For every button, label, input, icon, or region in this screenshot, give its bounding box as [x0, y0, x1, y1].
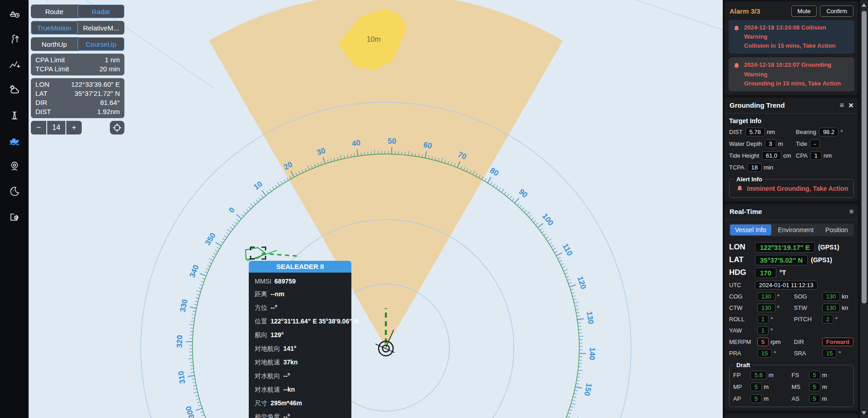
cog-value: 130: [757, 292, 775, 301]
draft-ap-value: 5: [750, 394, 762, 403]
sog-field: SOG 130 kn: [794, 292, 854, 301]
draft-legend: Draft: [734, 362, 752, 368]
weather-icon[interactable]: [9, 84, 20, 95]
panel-menu-icon[interactable]: ≡: [849, 208, 853, 216]
roll-field: ROLL 1 °: [729, 315, 794, 323]
popup-body: MMSI689759 距离--nm 方位--° 位置122°31'11.64" …: [249, 273, 351, 418]
tide-height-value: 61.0: [762, 151, 781, 160]
pitch-field: PITCH 2 °: [794, 315, 854, 323]
dir-value: Forward: [822, 338, 853, 346]
draft-fs-value: 5: [809, 371, 820, 379]
limits-table: CPA Limit 1 nm TCPA Limit 20 min: [31, 54, 124, 75]
alarm-time-title: 2024-12-18 13:24:08 Collision Warning: [744, 23, 850, 41]
draft-ms-field: MS 5 m: [792, 383, 850, 391]
tcpa-value: 18: [747, 163, 762, 172]
system-settings-icon[interactable]: [9, 211, 20, 223]
zoom-in-button[interactable]: +: [66, 121, 82, 134]
lat-value: 35°37'5.02" N: [755, 255, 808, 265]
camera-monitor-icon[interactable]: [9, 160, 20, 172]
popup-row-crossing-angle: 相交角度--°: [249, 410, 351, 418]
hdg-field: HDG 170 °T: [729, 268, 854, 278]
popup-row-bearing: 方位--°: [249, 301, 351, 315]
panel-menu-icon[interactable]: ≡: [840, 101, 844, 109]
alarm-title: Alarm 3/3: [730, 7, 760, 15]
alarm-item-collision[interactable]: 2024-12-18 13:24:08 Collision Warning Co…: [729, 20, 854, 54]
yaw-spacer: [794, 326, 854, 335]
draft-ms-value: 5: [809, 383, 820, 391]
ctw-value: 130: [757, 304, 775, 312]
scroll-up-arrow[interactable]: [862, 3, 866, 7]
right-info-panel: Alarm 3/3 Mute Confirm 2024-12-18 13:24:…: [723, 0, 860, 418]
vessel-schedule-icon[interactable]: [9, 7, 20, 19]
scroll-down-arrow[interactable]: [862, 411, 866, 415]
panel-close-icon[interactable]: ×: [848, 102, 853, 109]
scrollbar-thumb[interactable]: [862, 11, 867, 304]
pra-field: PRA 15 °: [729, 349, 794, 358]
zoom-controls: − 14 +: [31, 121, 124, 134]
track-playback-icon[interactable]: [9, 33, 20, 45]
tide-field: Tide -: [796, 139, 854, 148]
mute-button[interactable]: Mute: [791, 5, 817, 17]
bell-icon: [733, 62, 740, 70]
true-motion-button[interactable]: TrueMotion: [31, 21, 78, 35]
tab-vessel-info[interactable]: Vessel Info: [730, 224, 771, 235]
zoom-out-button[interactable]: −: [31, 121, 46, 134]
mode-radar-button[interactable]: Radar: [78, 5, 124, 18]
merpm-value: 5: [757, 338, 769, 346]
course-up-button[interactable]: CourseUp: [78, 37, 124, 51]
tide-height-field: Tide Height 61.0 cm: [729, 151, 796, 160]
popup-vessel-name: SEALEADER II: [249, 261, 351, 273]
grounding-trend-card: Grounding Trend ≡ × Target Info DIST 5.7…: [725, 98, 858, 201]
pra-value: 15: [757, 349, 772, 358]
north-up-button[interactable]: NorthUp: [31, 37, 78, 51]
center-ship-button[interactable]: [110, 121, 124, 134]
bearing-field: Bearing 98.2 °: [796, 128, 854, 136]
panel-scrollbar[interactable]: [860, 0, 868, 418]
cpa-limit-row: CPA Limit 1 nm: [35, 55, 120, 65]
utc-value: 2024-01-01 11:12:13: [755, 281, 818, 289]
confirm-button[interactable]: Confirm: [820, 5, 853, 17]
cog-field: COG 130 °: [729, 292, 794, 301]
target-info-title: Target Info: [729, 117, 854, 124]
cursor-lat-row: LAT 35°37'21.72" N: [35, 89, 120, 98]
svg-text:40: 40: [351, 138, 361, 148]
popup-row-position: 位置122°31'11.64" E 35°38'9.06" N: [249, 315, 351, 328]
utc-field: UTC 2024-01-01 11:12:13: [729, 281, 854, 289]
lat-field: LAT 35°37'5.02" N (GPS1): [729, 255, 854, 265]
alert-info-fieldset: Alert Info Imminent Grounding, Take Acti…: [729, 176, 854, 198]
popup-row-heading: 舷向129°: [249, 328, 351, 342]
cursor-lon-row: LON 122°33'39.60" E: [35, 80, 120, 89]
grounding-monitor-icon[interactable]: [9, 134, 20, 146]
realtime-title: Real-Time: [730, 208, 762, 215]
svg-text:140: 140: [587, 347, 597, 360]
alarm-item-grounding[interactable]: 2024-12-18 10:22:07 Grounding Warning Gr…: [729, 57, 854, 91]
draft-mp-field: MP 5 m: [733, 383, 792, 391]
alarm-message: Collision in 15 mins, Take Action: [744, 41, 850, 50]
tab-environment[interactable]: Environment: [773, 224, 819, 235]
tcpa-limit-row: TCPA Limit 20 min: [35, 65, 120, 74]
mode-route-button[interactable]: Route: [31, 5, 78, 18]
svg-text:50: 50: [388, 137, 396, 146]
realtime-header: Real-Time ≡: [725, 204, 858, 220]
pitch-value: 2: [822, 315, 833, 323]
grounding-trend-title: Grounding Trend: [730, 101, 785, 109]
alert-message: Imminent Grounding, Take Action: [733, 184, 850, 194]
yaw-field: YAW 1 °: [729, 326, 794, 335]
target-vessel-popup[interactable]: SEALEADER II MMSI689759 距离--nm 方位--° 位置1…: [249, 261, 351, 418]
cursor-dir-row: DIR 81.64°: [35, 98, 120, 107]
tab-position[interactable]: Position: [820, 224, 853, 235]
cursor-lon-value: 122°33'39.60" E: [71, 80, 120, 89]
dir-field: DIR Forward: [794, 338, 854, 346]
relative-motion-button[interactable]: RelativeM...: [78, 21, 124, 35]
sog-value: 130: [822, 292, 840, 301]
route-planning-icon[interactable]: [9, 58, 20, 70]
svg-text:320: 320: [175, 335, 184, 348]
popup-row-size: 尺寸295m*46m: [249, 397, 351, 410]
popup-row-sog: 对地航速37kn: [249, 356, 351, 369]
cursor-dist-label: DIST: [35, 107, 51, 116]
navigation-marks-icon[interactable]: [9, 109, 20, 121]
popup-row-cog: 对地航向141°: [249, 342, 351, 356]
popup-row-mmsi: MMSI689759: [249, 275, 351, 288]
night-mode-icon[interactable]: [9, 185, 20, 197]
svg-text:310: 310: [177, 370, 187, 384]
